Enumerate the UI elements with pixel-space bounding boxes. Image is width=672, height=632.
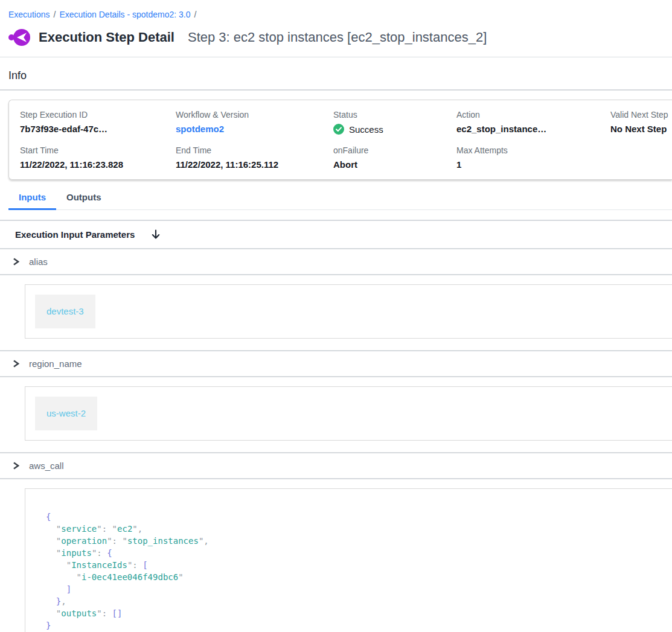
field-label: Max Attempts (456, 145, 610, 155)
param-body-aws-call: { "service": "ec2", "operation": "stop_i… (0, 479, 672, 632)
field-workflow-version: Workflow & Version spotdemo2 (176, 110, 333, 135)
chevron-right-icon (12, 359, 20, 368)
field-on-failure: onFailure Abort (333, 145, 456, 170)
param-name: aws_call (29, 461, 64, 471)
json-code: { "service": "ec2", "operation": "stop_i… (46, 511, 662, 631)
field-value: 11/22/2022, 11:16:25.112 (176, 159, 333, 170)
field-label: Start Time (20, 145, 176, 155)
param-body-alias: devtest-3 (0, 275, 672, 351)
json-code-block: { "service": "ec2", "operation": "stop_i… (25, 488, 672, 632)
param-section-aws-call[interactable]: aws_call (0, 453, 672, 479)
breadcrumb-link-executions[interactable]: Executions (8, 10, 50, 19)
field-label: Valid Next Step (610, 110, 672, 120)
field-valid-next-step: Valid Next Step No Next Step (610, 110, 672, 135)
param-value-chip: devtest-3 (35, 295, 95, 328)
page-header: Execution Step Detail Step 3: ec2 stop i… (0, 19, 672, 57)
field-value: 11/22/2022, 11:16:23.828 (20, 159, 176, 170)
chevron-right-icon (12, 461, 20, 470)
success-check-icon (333, 124, 344, 135)
param-body-region-name: us-west-2 (0, 377, 672, 453)
breadcrumb-link-execution-details[interactable]: Execution Details - spotdemo2: 3.0 (59, 10, 190, 19)
divider (0, 89, 672, 91)
field-value: 7b73f93e-edaf-47c… (20, 124, 176, 134)
tab-inputs[interactable]: Inputs (8, 187, 56, 210)
field-value: ec2_stop_instance… (456, 124, 610, 134)
field-max-attempts: Max Attempts 1 (456, 145, 610, 170)
param-name: alias (29, 257, 48, 267)
param-value-chip: us-west-2 (35, 397, 97, 430)
workflow-link[interactable]: spotdemo2 (176, 124, 333, 134)
execution-input-parameters-header: Execution Input Parameters (0, 220, 672, 249)
tab-bar: Inputs Outputs (8, 187, 672, 210)
chevron-right-icon (12, 257, 20, 266)
param-section-region-name[interactable]: region_name (0, 351, 672, 377)
info-card: Step Execution ID 7b73f93e-edaf-47c… Wor… (8, 100, 672, 180)
params-heading: Execution Input Parameters (15, 229, 135, 240)
breadcrumb-separator: / (191, 10, 200, 19)
param-section-alias[interactable]: alias (0, 249, 672, 275)
expand-all-arrow-icon[interactable] (150, 229, 161, 240)
page-subtitle: Step 3: ec2 stop instances [ec2_stop_ins… (188, 30, 487, 45)
field-status: Status Success (333, 110, 456, 135)
field-value: 1 (456, 159, 610, 170)
field-start-time: Start Time 11/22/2022, 11:16:23.828 (20, 145, 176, 170)
field-label: Workflow & Version (176, 110, 333, 120)
field-end-time: End Time 11/22/2022, 11:16:25.112 (176, 145, 333, 170)
field-label: Step Execution ID (20, 110, 176, 120)
field-value: No Next Step (610, 124, 672, 134)
field-label: Action (456, 110, 610, 120)
field-action: Action ec2_stop_instance… (456, 110, 610, 135)
field-label: End Time (176, 145, 333, 155)
status-badge: Success (349, 124, 383, 135)
info-section-heading: Info (0, 57, 672, 89)
field-label: onFailure (333, 145, 456, 155)
page-title: Execution Step Detail (39, 30, 174, 45)
param-name: region_name (29, 359, 82, 369)
breadcrumb: Executions/Execution Details - spotdemo2… (0, 0, 672, 19)
app-logo-icon (8, 28, 31, 46)
tab-outputs[interactable]: Outputs (56, 187, 112, 210)
field-value: Abort (333, 159, 456, 170)
field-label: Status (333, 110, 456, 120)
field-step-execution-id: Step Execution ID 7b73f93e-edaf-47c… (20, 110, 176, 135)
breadcrumb-separator: / (50, 10, 59, 19)
